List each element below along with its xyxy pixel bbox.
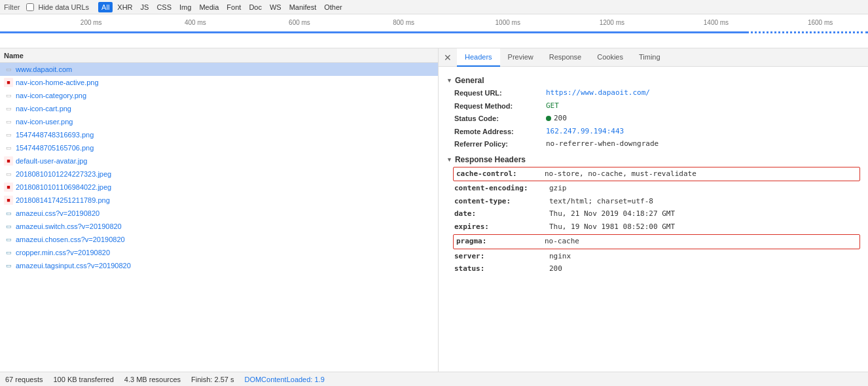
network-list[interactable]: ▭ www.dapaoit.com ■ nav-icon-home-active… bbox=[0, 63, 438, 372]
table-row[interactable]: ■ 20180810101106984022.jpeg bbox=[0, 181, 438, 194]
file-doc-icon: ▭ bbox=[4, 91, 13, 100]
table-row[interactable]: ■ default-user-avatar.jpg bbox=[0, 154, 438, 167]
file-name: 20180810101224227323.jpeg bbox=[16, 170, 111, 178]
filter-btn-all[interactable]: All bbox=[98, 2, 113, 12]
file-img-icon: ■ bbox=[4, 196, 13, 205]
table-row[interactable]: ■ 20180814174251211789.png bbox=[0, 194, 438, 207]
filter-btn-other[interactable]: Other bbox=[321, 2, 346, 12]
file-img-icon: ■ bbox=[4, 156, 13, 166]
tick-1400ms: 1400 ms bbox=[704, 19, 729, 26]
filter-label: Filter bbox=[4, 3, 20, 11]
file-name: nav-icon-home-active.png bbox=[16, 79, 99, 86]
tab-timing[interactable]: Timing bbox=[631, 48, 668, 67]
status-code-value: 200 bbox=[546, 113, 567, 124]
filter-btn-js[interactable]: JS bbox=[137, 2, 153, 12]
network-panel-header: Name bbox=[0, 48, 438, 63]
headers-panel: ✕ Headers Preview Response Cookies Timin… bbox=[439, 48, 868, 372]
filter-btn-img[interactable]: Img bbox=[176, 2, 194, 12]
file-doc-icon: ▭ bbox=[4, 169, 13, 179]
table-row[interactable]: ▭ amazeui.tagsinput.css?v=20190820 bbox=[0, 259, 438, 272]
table-row[interactable]: ■ nav-icon-home-active.png bbox=[0, 76, 438, 89]
expires-value: Thu, 19 Nov 1981 08:52:00 GMT bbox=[549, 222, 675, 233]
request-method-row: Request Method: GET bbox=[454, 101, 860, 112]
file-name: amazeui.css?v=20190820 bbox=[16, 209, 99, 217]
content-encoding-value: gzip bbox=[549, 183, 567, 194]
tick-1000ms: 1000 ms bbox=[496, 19, 520, 26]
hide-data-urls-label: Hide data URLs bbox=[38, 3, 89, 11]
filter-btn-doc[interactable]: Doc bbox=[245, 2, 265, 12]
file-name: 20180814174251211789.png bbox=[16, 196, 110, 204]
referrer-policy-key: Referrer Policy: bbox=[454, 139, 546, 150]
filter-btn-ws[interactable]: WS bbox=[266, 2, 285, 12]
cache-control-key: cache-control: bbox=[456, 169, 545, 180]
tab-response[interactable]: Response bbox=[541, 48, 590, 67]
tab-headers[interactable]: Headers bbox=[457, 48, 500, 67]
file-img-icon: ■ bbox=[4, 183, 13, 192]
file-name: amazeui.switch.css?v=20190820 bbox=[16, 222, 122, 230]
table-row[interactable]: ▭ 1547448705165706.png bbox=[0, 141, 438, 154]
table-row[interactable]: ▭ nav-icon-category.png bbox=[0, 89, 438, 102]
table-row[interactable]: ▭ nav-icon-user.png bbox=[0, 115, 438, 128]
file-name: default-user-avatar.jpg bbox=[16, 157, 87, 165]
table-row[interactable]: ▭ amazeui.css?v=20190820 bbox=[0, 207, 438, 220]
referrer-policy-row: Referrer Policy: no-referrer-when-downgr… bbox=[454, 139, 860, 150]
content-encoding-row: content-encoding: gzip bbox=[454, 183, 860, 194]
file-doc-icon: ▭ bbox=[4, 130, 13, 139]
request-method-key: Request Method: bbox=[454, 101, 546, 112]
table-row[interactable]: ▭ 20180810101224227323.jpeg bbox=[0, 167, 438, 181]
tab-cookies[interactable]: Cookies bbox=[589, 48, 631, 67]
table-row[interactable]: ▭ cropper.min.css?v=20190820 bbox=[0, 246, 438, 259]
file-name: amazeui.chosen.css?v=20190820 bbox=[16, 236, 125, 243]
expires-key: expires: bbox=[454, 222, 549, 233]
table-row[interactable]: ▭ nav-icon-cart.png bbox=[0, 102, 438, 115]
remote-address-value: 162.247.99.194:443 bbox=[546, 126, 624, 137]
table-row[interactable]: ▭ amazeui.switch.css?v=20190820 bbox=[0, 220, 438, 233]
file-name: nav-icon-category.png bbox=[16, 92, 86, 99]
tick-800ms: 800 ms bbox=[393, 19, 414, 26]
close-button[interactable]: ✕ bbox=[441, 53, 454, 62]
request-count: 67 requests bbox=[5, 376, 43, 383]
table-row[interactable]: ▭ 1547448748316693.png bbox=[0, 128, 438, 141]
referrer-policy-value: no-referrer-when-downgrade bbox=[546, 139, 659, 150]
file-img-icon: ■ bbox=[4, 78, 13, 87]
tick-400ms: 400 ms bbox=[185, 19, 206, 26]
date-key: date: bbox=[454, 209, 549, 220]
file-doc-icon: ▭ bbox=[4, 117, 13, 126]
file-doc-icon: ▭ bbox=[4, 143, 13, 152]
file-name: 1547448748316693.png bbox=[16, 131, 94, 139]
table-row[interactable]: ▭ www.dapaoit.com bbox=[0, 63, 438, 76]
filter-btn-xhr[interactable]: XHR bbox=[114, 2, 136, 12]
status-bar: 67 requests 100 KB transferred 4.3 MB re… bbox=[0, 372, 868, 386]
dom-content-loaded-link[interactable]: DOMContentLoaded: 1.9 bbox=[244, 376, 324, 383]
request-url-key: Request URL: bbox=[454, 88, 546, 99]
file-css-icon: ▭ bbox=[4, 261, 13, 270]
waterfall-area bbox=[0, 29, 868, 48]
file-name: nav-icon-user.png bbox=[16, 118, 73, 126]
filter-btn-font[interactable]: Font bbox=[223, 2, 244, 12]
file-name: cropper.min.css?v=20190820 bbox=[16, 249, 110, 256]
cache-control-row: cache-control: no-store, no-cache, must-… bbox=[453, 167, 860, 182]
filter-btn-css[interactable]: CSS bbox=[153, 2, 175, 12]
content-encoding-key: content-encoding: bbox=[454, 183, 549, 194]
waterfall-dotted-bar bbox=[746, 31, 868, 33]
remote-address-row: Remote Address: 162.247.99.194:443 bbox=[454, 126, 860, 137]
response-headers-section-title: Response Headers bbox=[446, 155, 860, 164]
date-value: Thu, 21 Nov 2019 04:18:27 GMT bbox=[549, 209, 675, 220]
expires-row: expires: Thu, 19 Nov 1981 08:52:00 GMT bbox=[454, 222, 860, 233]
filter-type-buttons: All XHR JS CSS Img Media Font Doc WS Man… bbox=[98, 2, 346, 12]
file-css-icon: ▭ bbox=[4, 222, 13, 231]
file-name: amazeui.tagsinput.css?v=20190820 bbox=[16, 262, 131, 270]
file-css-icon: ▭ bbox=[4, 248, 13, 257]
content-type-row: content-type: text/html; charset=utf-8 bbox=[454, 196, 860, 207]
tab-preview[interactable]: Preview bbox=[500, 48, 541, 67]
filter-btn-manifest[interactable]: Manifest bbox=[286, 2, 320, 12]
network-name-column-header: Name bbox=[4, 52, 24, 60]
hide-data-urls-checkbox[interactable] bbox=[26, 3, 34, 11]
status-code-key: Status Code: bbox=[454, 113, 546, 124]
table-row[interactable]: ▭ amazeui.chosen.css?v=20190820 bbox=[0, 233, 438, 246]
pragma-row: pragma: no-cache bbox=[453, 234, 860, 249]
content-type-value: text/html; charset=utf-8 bbox=[549, 196, 653, 207]
filter-btn-media[interactable]: Media bbox=[196, 2, 222, 12]
general-section-title: General bbox=[446, 76, 860, 85]
tick-600ms: 600 ms bbox=[289, 19, 310, 26]
